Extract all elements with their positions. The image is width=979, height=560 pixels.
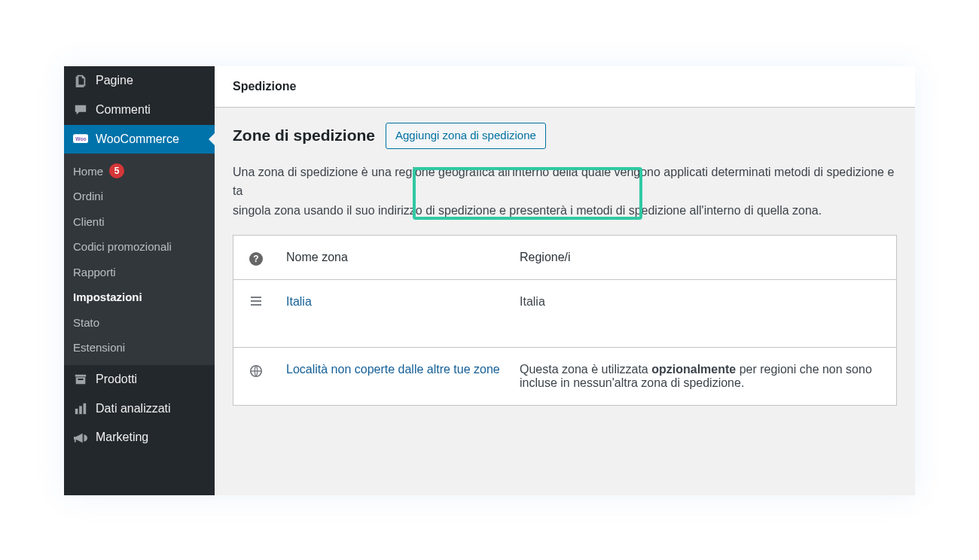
sub-item-home[interactable]: Home 5 — [64, 158, 215, 184]
sub-item-clienti[interactable]: Clienti — [64, 209, 215, 235]
admin-sidebar: Pagine Commenti Woo WooCommerce Home 5 O… — [64, 66, 215, 495]
sub-item-ordini[interactable]: Ordini — [64, 184, 215, 209]
home-badge: 5 — [109, 163, 124, 178]
col-header-region: Regione/i — [512, 236, 896, 279]
comments-icon — [73, 102, 88, 117]
sidebar-item-label: WooCommerce — [96, 132, 179, 148]
table-row-default: Località non coperte dalle altre tue zon… — [233, 347, 896, 405]
zone-default-region: Questa zona è utilizzata opzionalmente p… — [512, 348, 896, 405]
sidebar-item-commenti[interactable]: Commenti — [64, 96, 215, 125]
sidebar-item-prodotti[interactable]: Prodotti — [64, 365, 215, 394]
analytics-icon — [73, 401, 88, 416]
sidebar-item-label: Commenti — [96, 102, 151, 118]
add-shipping-zone-button[interactable]: Aggiungi zona di spedizione — [386, 123, 546, 149]
sidebar-item-dati[interactable]: Dati analizzati — [64, 394, 215, 424]
sub-item-estensioni[interactable]: Estensioni — [64, 335, 215, 361]
svg-rect-2 — [75, 409, 78, 414]
sidebar-item-label: Dati analizzati — [96, 401, 171, 417]
sub-item-label: Codici promozionali — [73, 239, 172, 254]
sub-item-label: Stato — [73, 315, 99, 330]
megaphone-icon — [73, 431, 88, 446]
sub-item-label: Impostazioni — [73, 290, 142, 305]
svg-text:Woo: Woo — [75, 136, 86, 142]
sub-item-label: Home — [73, 164, 103, 179]
products-icon — [73, 372, 88, 387]
sub-item-impostazioni[interactable]: Impostazioni — [64, 285, 215, 310]
svg-rect-4 — [84, 403, 87, 414]
sidebar-item-label: Pagine — [96, 73, 133, 89]
zone-name-link[interactable]: Italia — [286, 295, 312, 308]
pages-icon — [73, 73, 88, 88]
sidebar-item-woocommerce[interactable]: Woo WooCommerce — [64, 125, 215, 154]
svg-rect-3 — [79, 406, 82, 414]
main-content: Spedizione Zone di spedizione Aggiungi z… — [215, 66, 915, 495]
zone-default-link[interactable]: Località non coperte dalle altre tue zon… — [286, 363, 500, 376]
sub-item-rapporti[interactable]: Rapporti — [64, 260, 215, 285]
woocommerce-submenu: Home 5 Ordini Clienti Codici promozional… — [64, 154, 215, 365]
table-row: Italia Italia — [233, 279, 896, 347]
page-heading: Zone di spedizione — [233, 126, 375, 145]
woocommerce-icon: Woo — [73, 132, 88, 147]
sidebar-item-marketing[interactable]: Marketing — [64, 423, 215, 452]
col-header-name: Nome zona — [279, 236, 512, 279]
tab-title: Spedizione — [233, 80, 296, 93]
tab-spedizione[interactable]: Spedizione — [215, 66, 915, 108]
help-icon[interactable]: ? — [249, 252, 263, 266]
globe-icon — [249, 364, 263, 381]
zone-region: Italia — [512, 280, 896, 347]
sidebar-item-label: Prodotti — [96, 372, 137, 388]
shipping-zones-table: ? Nome zona Regione/i Italia Italia — [233, 235, 897, 406]
sub-item-label: Rapporti — [73, 265, 116, 280]
sub-item-codici[interactable]: Codici promozionali — [64, 234, 215, 260]
drag-handle-icon[interactable] — [251, 297, 261, 306]
sub-item-label: Ordini — [73, 189, 103, 204]
zones-description: Una zona di spedizione è una regione geo… — [233, 163, 897, 221]
sidebar-item-pagine[interactable]: Pagine — [64, 66, 215, 96]
sub-item-stato[interactable]: Stato — [64, 310, 215, 336]
sub-item-label: Estensioni — [73, 340, 125, 355]
sub-item-label: Clienti — [73, 215, 105, 230]
table-header-row: ? Nome zona Regione/i — [233, 236, 896, 279]
sidebar-item-label: Marketing — [96, 430, 148, 446]
